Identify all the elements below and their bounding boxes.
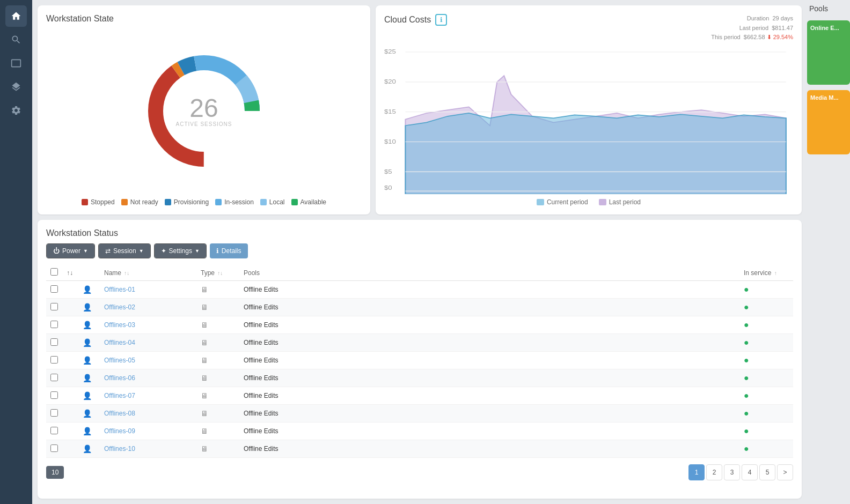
user-icon: 👤 [83,444,92,453]
row-name[interactable]: Offlines-01 [100,281,196,299]
row-name[interactable]: Offlines-05 [100,352,196,369]
details-button[interactable]: ℹ Details [210,243,248,258]
svg-text:$20: $20 [384,78,396,85]
donut-chart: 26 ACTIVE SESSIONS [140,47,268,175]
page-button-2[interactable]: 2 [706,464,722,480]
col-name-header[interactable]: Name ↑↓ [100,265,196,281]
user-icon: 👤 [83,356,92,365]
row-type: 🖥 [196,369,239,387]
row-checkbox[interactable] [50,409,58,417]
settings-caret: ▼ [195,248,200,254]
row-pool: Offline Edits [239,423,739,440]
sidebar-item-search[interactable] [5,29,27,50]
sidebar-item-layers[interactable] [5,76,27,98]
row-name[interactable]: Offlines-06 [100,369,196,387]
row-name[interactable]: Offlines-07 [100,387,196,405]
row-user-icon: 👤 [78,299,100,316]
chart-svg: $25 $20 $15 $10 $5 $0 [384,45,793,194]
legend-dot-local [260,199,267,205]
row-service: ● [739,281,793,299]
power-button[interactable]: ⏻ Power ▼ [47,244,94,258]
row-checkbox[interactable] [50,285,58,293]
legend-label-provisioning: Provisioning [174,198,209,206]
row-num [62,281,78,299]
session-button[interactable]: ⇄ Session ▼ [99,244,150,258]
workstation-state-title: Workstation State [46,14,362,24]
pool-card-media[interactable]: Media M... [807,90,850,154]
legend-dot-available [291,199,298,205]
change-pct: ⬇ 29.54% [767,34,793,40]
row-name[interactable]: Offlines-10 [100,440,196,458]
this-period-val: $662.58 [744,34,765,40]
cloud-costs-info-button[interactable]: ℹ [435,14,447,26]
row-checkbox[interactable] [50,303,58,310]
row-service: ● [739,423,793,440]
row-checkbox[interactable] [50,338,58,346]
col-num-sort: ↑↓ [67,269,73,277]
chart-legend: Current period Last period [384,198,793,206]
row-type: 🖥 [196,387,239,405]
page-next-button[interactable]: > [777,464,793,480]
page-size-button[interactable]: 10 [46,466,64,479]
row-service: ● [739,299,793,316]
row-pool: Offline Edits [239,316,739,334]
row-checkbox[interactable] [50,356,58,364]
legend-stopped: Stopped [82,198,115,206]
donut-center: 26 ACTIVE SESSIONS [175,95,232,127]
pool-card-online[interactable]: Online E... [807,20,850,85]
page-button-3[interactable]: 3 [724,464,740,480]
col-service-header[interactable]: In service ↑ [739,265,793,281]
row-type: 🖥 [196,423,239,440]
page-button-5[interactable]: 5 [759,464,775,480]
row-checkbox[interactable] [50,321,58,328]
workstation-status-title: Workstation Status [46,228,793,238]
row-user-icon: 👤 [78,281,100,299]
row-user-icon: 👤 [78,387,100,405]
sidebar-item-home[interactable] [5,5,27,27]
row-num [62,369,78,387]
row-name[interactable]: Offlines-08 [100,405,196,423]
row-checkbox[interactable] [50,427,58,434]
page-button-4[interactable]: 4 [742,464,758,480]
legend-dot-provisioning [165,199,171,205]
sidebar-item-display[interactable] [5,53,27,74]
workstation-status-card: Workstation Status ⏻ Power ▼ ⇄ Session ▼… [38,220,802,499]
row-checkbox[interactable] [50,391,58,399]
col-type-header[interactable]: Type ↑↓ [196,265,239,281]
page-button-1[interactable]: 1 [688,464,705,480]
row-num [62,334,78,352]
row-name[interactable]: Offlines-03 [100,316,196,334]
ws-type-icon: 🖥 [201,427,208,435]
donut-container: 26 ACTIVE SESSIONS [46,29,362,193]
row-service: ● [739,440,793,458]
row-name[interactable]: Offlines-04 [100,334,196,352]
sidebar-item-settings[interactable] [5,100,27,121]
ws-type-icon: 🖥 [201,444,208,453]
row-name[interactable]: Offlines-09 [100,423,196,440]
row-pool: Offline Edits [239,387,739,405]
status-green-icon: ● [744,355,749,365]
settings-label: Settings [169,247,192,255]
row-name[interactable]: Offlines-02 [100,299,196,316]
row-num [62,316,78,334]
cloud-costs-chart: $25 $20 $15 $10 $5 $0 [384,45,793,194]
details-label: Details [222,247,241,255]
row-checkbox[interactable] [50,374,58,381]
row-pool: Offline Edits [239,369,739,387]
cost-stats: Duration 29 days Last period $811.47 Thi… [711,14,793,42]
table-row: 👤 Offlines-01 🖥 Offline Edits ● [46,281,793,299]
power-label: Power [62,247,80,255]
status-green-icon: ● [744,373,749,382]
row-pool: Offline Edits [239,334,739,352]
row-num [62,423,78,440]
cloud-costs-card: Cloud Costs ℹ Duration 29 days Last peri… [376,5,802,214]
select-all-checkbox[interactable] [50,268,58,276]
row-type: 🖥 [196,405,239,423]
settings-button[interactable]: ✦ Settings ▼ [155,244,206,258]
table-row: 👤 Offlines-06 🖥 Offline Edits ● [46,369,793,387]
row-pool: Offline Edits [239,281,739,299]
row-num [62,352,78,369]
row-checkbox[interactable] [50,444,58,452]
status-green-icon: ● [744,409,749,418]
svg-text:$0: $0 [384,184,392,191]
